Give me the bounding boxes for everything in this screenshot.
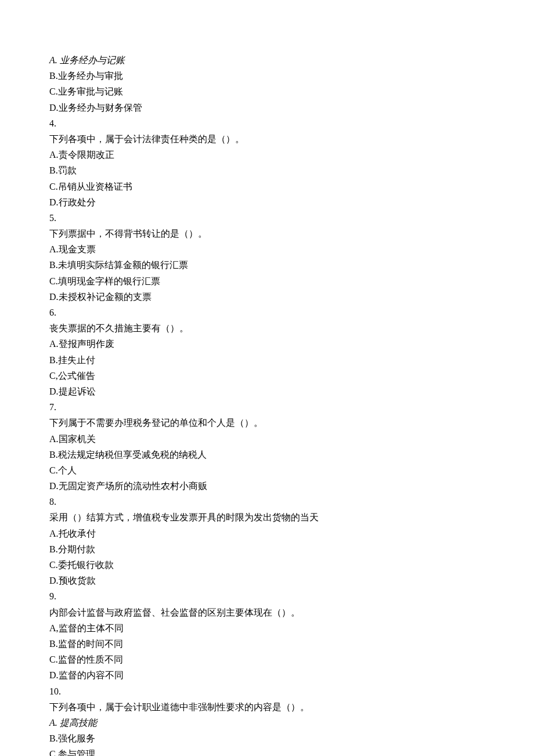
q5-option-d: D.未授权补记金额的支票 xyxy=(49,289,485,305)
q8-option-b: B.分期付款 xyxy=(49,541,485,557)
q10-stem: 下列各项中，属于会计职业道德中非强制性要求的内容是（）。 xyxy=(49,699,485,715)
q3-option-d: D.业务经办与财务保管 xyxy=(49,100,485,115)
q6-option-a: A.登报声明作废 xyxy=(49,336,485,352)
q6-number: 6. xyxy=(49,305,485,320)
q8-option-a: A.托收承付 xyxy=(49,526,485,541)
q4-option-d: D.行政处分 xyxy=(49,194,485,210)
q9-number: 9. xyxy=(49,588,485,604)
q6-option-c: C,公式催告 xyxy=(49,368,485,384)
q9-option-d: D.监督的内容不同 xyxy=(49,667,485,683)
q4-stem: 下列各项中，属于会计法律责任种类的是（）。 xyxy=(49,131,485,147)
q4-option-a: A.责令限期改正 xyxy=(49,147,485,162)
q9-stem: 内部会计监督与政府监督、社会监督的区别主要体现在（）。 xyxy=(49,605,485,620)
q5-option-c: C.填明现金字样的银行汇票 xyxy=(49,273,485,289)
q3-option-a: A. 业务经办与记账 xyxy=(49,52,485,68)
q9-option-b: B.监督的时间不同 xyxy=(49,636,485,652)
q5-option-b: B.未填明实际结算金额的银行汇票 xyxy=(49,257,485,273)
q6-stem: 丧失票据的不久措施主要有（）。 xyxy=(49,320,485,336)
q7-option-d: D.无固定资产场所的流动性农村小商贩 xyxy=(49,478,485,494)
q7-stem: 下列属于不需要办理税务登记的单位和个人是（）。 xyxy=(49,415,485,431)
q6-option-d: D.提起诉讼 xyxy=(49,384,485,399)
q5-number: 5. xyxy=(49,210,485,226)
q10-option-b: B.强化服务 xyxy=(49,730,485,746)
q4-option-c: C.吊销从业资格证书 xyxy=(49,179,485,194)
q8-stem: 采用（）结算方式，增值税专业发票开具的时限为发出货物的当天 xyxy=(49,509,485,525)
q3-option-c: C.业务审批与记账 xyxy=(49,84,485,99)
q3-option-b: B.业务经办与审批 xyxy=(49,68,485,84)
q4-number: 4. xyxy=(49,115,485,131)
q9-option-c: C.监督的性质不同 xyxy=(49,652,485,667)
q10-option-a: A. 提高技能 xyxy=(49,715,485,730)
q8-number: 8. xyxy=(49,494,485,509)
q7-option-a: A.国家机关 xyxy=(49,431,485,447)
q5-stem: 下列票据中，不得背书转让的是（）。 xyxy=(49,226,485,241)
q8-option-d: D.预收货款 xyxy=(49,573,485,588)
q5-option-a: A.现金支票 xyxy=(49,241,485,257)
q10-option-c: C.参与管理 xyxy=(49,746,485,756)
q10-number: 10. xyxy=(49,683,485,699)
q9-option-a: A,监督的主体不同 xyxy=(49,620,485,636)
q4-option-b: B.罚款 xyxy=(49,162,485,178)
q7-number: 7. xyxy=(49,399,485,415)
q8-option-c: C.委托银行收款 xyxy=(49,557,485,573)
q6-option-b: B.挂失止付 xyxy=(49,352,485,368)
q7-option-b: B.税法规定纳税但享受减免税的纳税人 xyxy=(49,447,485,462)
q7-option-c: C.个人 xyxy=(49,462,485,478)
